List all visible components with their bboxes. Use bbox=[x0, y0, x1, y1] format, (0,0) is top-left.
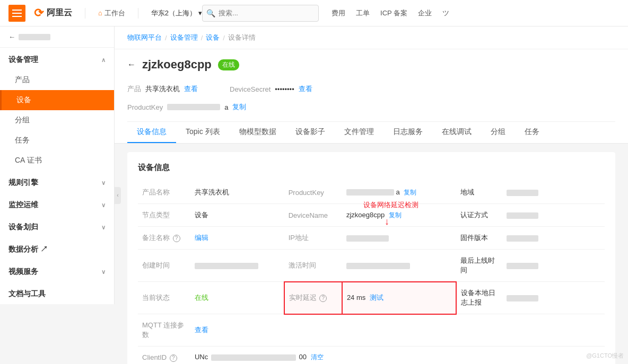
productkey-copy-link[interactable]: 复制 bbox=[404, 189, 416, 196]
devicename-copy-link[interactable]: 复制 bbox=[389, 211, 402, 219]
product-view-link[interactable]: 查看 bbox=[184, 84, 198, 94]
tab-model-data[interactable]: 物模型数据 bbox=[230, 122, 286, 143]
nav-link-fees[interactable]: 费用 bbox=[332, 8, 345, 18]
table-row: 当前状态 在线 实时延迟 ? 24 ms 测试 设备本地日志上报 bbox=[138, 282, 605, 314]
sidebar: ← 设备管理 ∧ 产品 设备 分组 任务 bbox=[0, 26, 115, 304]
device-info-table: 产品名称 共享洗衣机 ProductKey a 复制 地域 节点类型 bbox=[138, 181, 605, 364]
cell-region-label: 地域 bbox=[456, 181, 502, 204]
chevron-down-icon-video: ∨ bbox=[101, 269, 106, 276]
nav-link-enterprise[interactable]: 企业 bbox=[418, 8, 432, 18]
cell-firmware-label: 固件版本 bbox=[456, 227, 502, 250]
device-secret-view-link[interactable]: 查看 bbox=[299, 84, 312, 94]
cell-mqtt-value: 查看 bbox=[190, 314, 284, 347]
cell-node-type-value: 设备 bbox=[190, 204, 284, 227]
cell-clientid-label: ClientID ? bbox=[138, 347, 190, 365]
cell-region-value bbox=[502, 181, 605, 204]
watermark: @G1CTO慢者 bbox=[586, 352, 624, 360]
cell-product-name-value: 共享洗衣机 bbox=[190, 181, 284, 204]
sidebar-group-device-management[interactable]: 设备管理 ∧ bbox=[0, 48, 114, 70]
cell-firmware-value bbox=[502, 227, 605, 250]
device-secret-label: DeviceSecret bbox=[230, 85, 271, 93]
breadcrumb-sep3: / bbox=[223, 34, 225, 42]
realtime-delay-tooltip-icon[interactable]: ? bbox=[319, 295, 327, 302]
search-icon: 🔍 bbox=[206, 9, 215, 17]
sidebar-section-device-assign: 设备划归 ∨ bbox=[0, 215, 114, 237]
nav-link-more[interactable]: ツ bbox=[442, 8, 449, 18]
nav-link-workorder[interactable]: 工单 bbox=[356, 8, 370, 18]
search-input[interactable] bbox=[202, 5, 319, 22]
tab-device-shadow[interactable]: 设备影子 bbox=[286, 122, 335, 143]
sidebar-section-data-analysis: 数据分析 ↗ bbox=[0, 237, 114, 260]
product-label: 产品 bbox=[127, 84, 141, 94]
product-key-blurred bbox=[167, 104, 220, 110]
cell-last-online-label: 最后上线时间 bbox=[456, 250, 502, 282]
mqtt-view-link[interactable]: 查看 bbox=[195, 326, 208, 334]
sidebar-collapse-button[interactable]: ‹ bbox=[115, 187, 121, 204]
breadcrumb-iot[interactable]: 物联网平台 bbox=[127, 33, 162, 42]
sidebar-item-groups[interactable]: 分组 bbox=[0, 110, 114, 130]
hamburger-menu[interactable] bbox=[8, 5, 25, 22]
sidebar-section-device-management: 设备管理 ∧ 产品 设备 分组 任务 CA 证书 bbox=[0, 48, 114, 171]
region-blurred bbox=[507, 190, 538, 196]
sidebar-item-products[interactable]: 产品 bbox=[0, 70, 114, 90]
sidebar-item-label-products: 产品 bbox=[15, 75, 30, 85]
remark-edit-link[interactable]: 编辑 bbox=[195, 234, 208, 242]
cell-ip-value: 设备网络延迟检测 ↓ bbox=[342, 227, 456, 250]
tab-topic-list[interactable]: Topic 列表 bbox=[176, 122, 230, 143]
local-log-blurred bbox=[507, 295, 538, 301]
cell-realtime-delay-label: 实时延迟 ? bbox=[284, 282, 342, 314]
activate-time-blurred bbox=[346, 263, 410, 269]
device-secret-info: DeviceSecret •••••••• 查看 bbox=[230, 84, 312, 94]
tab-log-service[interactable]: 日志服务 bbox=[383, 122, 432, 143]
cell-create-time-label: 创建时间 bbox=[138, 250, 190, 282]
workspace-nav[interactable]: ⌂ 工作台 bbox=[98, 8, 125, 18]
sidebar-group-rules[interactable]: 规则引擎 ∨ bbox=[0, 171, 114, 193]
cell-current-status-value: 在线 bbox=[190, 282, 284, 314]
nav-link-icp[interactable]: ICP 备案 bbox=[380, 8, 407, 18]
sidebar-group-label-data-analysis: 数据分析 ↗ bbox=[8, 245, 48, 254]
sidebar-item-label-ca-cert: CA 证书 bbox=[15, 156, 42, 165]
sidebar-group-docs[interactable]: 文档与工具 bbox=[0, 282, 114, 304]
sidebar-item-label-tasks: 任务 bbox=[15, 136, 30, 145]
product-key-copy-link[interactable]: 复制 bbox=[232, 102, 246, 112]
cell-clientid-value: UNc 00 清空 bbox=[190, 347, 456, 365]
sidebar-group-data-analysis[interactable]: 数据分析 ↗ bbox=[0, 237, 114, 260]
sidebar-group-label-device-management: 设备管理 bbox=[8, 55, 38, 65]
sidebar-item-label-devices: 设备 bbox=[16, 95, 31, 105]
annotation-text: 设备网络延迟检测 bbox=[363, 200, 418, 210]
cell-activate-time-label: 激活时间 bbox=[284, 250, 342, 282]
sidebar-group-monitor[interactable]: 监控运维 ∨ bbox=[0, 193, 114, 215]
breadcrumb-device-management[interactable]: 设备管理 bbox=[170, 33, 198, 42]
sidebar-back[interactable]: ← bbox=[0, 26, 114, 48]
remark-tooltip-icon[interactable]: ? bbox=[173, 235, 180, 242]
breadcrumb-device-detail: 设备详情 bbox=[228, 33, 256, 42]
page-back-arrow[interactable]: ← bbox=[127, 60, 136, 69]
tab-task[interactable]: 任务 bbox=[515, 122, 549, 143]
cell-mqtt-empty4 bbox=[502, 314, 605, 347]
tab-file-manage[interactable]: 文件管理 bbox=[335, 122, 383, 143]
breadcrumb-devices[interactable]: 设备 bbox=[206, 33, 220, 42]
cell-local-log-value bbox=[502, 282, 605, 314]
sidebar-group-device-assign[interactable]: 设备划归 ∨ bbox=[0, 215, 114, 237]
region-selector[interactable]: 华东2（上海） ▾ bbox=[151, 8, 202, 18]
main-content: 物联网平台 / 设备管理 / 设备 / 设备详情 ← zjzkoeg8cpp 在… bbox=[115, 26, 628, 364]
sidebar-section-monitor: 监控运维 ∨ bbox=[0, 193, 114, 215]
clientid-tooltip-icon[interactable]: ? bbox=[170, 354, 177, 362]
sidebar-item-devices[interactable]: 设备 bbox=[0, 90, 114, 110]
product-key-info: ProductKey a 复制 bbox=[127, 102, 246, 112]
sidebar-item-ca-cert[interactable]: CA 证书 bbox=[0, 150, 114, 171]
nav-links: 费用 工单 ICP 备案 企业 ツ bbox=[332, 8, 449, 18]
nav-divider2 bbox=[138, 8, 138, 19]
clientid-clear-link[interactable]: 清空 bbox=[311, 353, 324, 361]
sidebar-back-blurred bbox=[19, 34, 50, 40]
tab-device-info[interactable]: 设备信息 bbox=[127, 122, 176, 143]
delay-test-link[interactable]: 测试 bbox=[370, 294, 383, 301]
tab-group[interactable]: 分组 bbox=[481, 122, 515, 143]
sidebar-group-video[interactable]: 视频服务 ∨ bbox=[0, 260, 114, 282]
back-arrow-icon: ← bbox=[8, 33, 15, 41]
tab-online-debug[interactable]: 在线调试 bbox=[432, 122, 481, 143]
sidebar-item-tasks[interactable]: 任务 bbox=[0, 130, 114, 150]
sidebar-item-label-groups: 分组 bbox=[15, 116, 30, 125]
product-value: 共享洗衣机 bbox=[145, 84, 180, 94]
product-key-suffix: a bbox=[224, 103, 228, 111]
